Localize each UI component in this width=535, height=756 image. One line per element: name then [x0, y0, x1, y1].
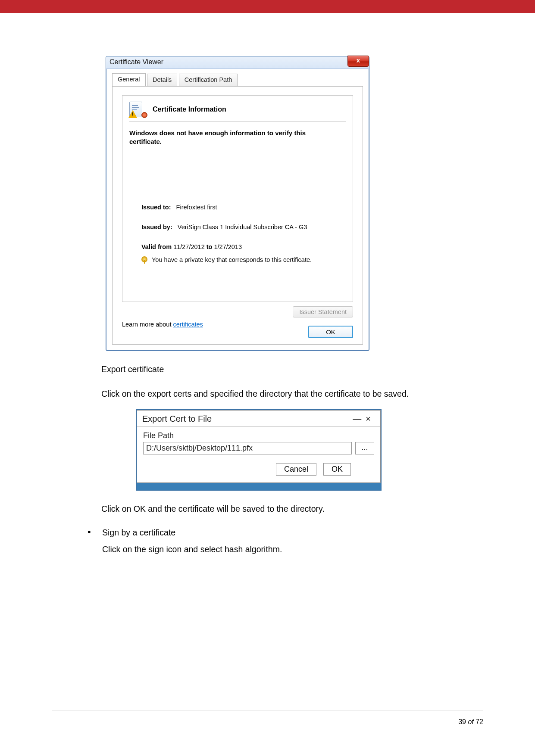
issued-by-label: Issued by: — [141, 224, 172, 230]
sign-heading: Sign by a certificate — [102, 526, 446, 539]
valid-to-label: to — [206, 243, 213, 250]
close-icon: x — [357, 56, 360, 65]
file-path-input[interactable]: D:/Users/sktbj/Desktop/111.pfx — [143, 442, 352, 454]
page-current: 39 — [458, 718, 466, 725]
export-titlebar: Export Cert to File —× — [137, 411, 380, 427]
certificate-warning-icon: ! — [129, 102, 147, 117]
tab-panel-general: ! Certificate Information Windows does n… — [112, 86, 363, 345]
certificate-info-box: ! Certificate Information Windows does n… — [122, 95, 353, 302]
file-path-label: File Path — [143, 431, 374, 440]
header-red-bar — [0, 0, 535, 13]
close-icon[interactable]: × — [366, 414, 375, 423]
learn-more-line: Learn more about certificates — [122, 321, 203, 328]
cancel-button[interactable]: Cancel — [276, 463, 316, 476]
export-ok-button[interactable]: OK — [323, 463, 351, 476]
tab-details[interactable]: Details — [147, 74, 177, 86]
bullet-icon: • — [86, 526, 102, 556]
page-number: 39 of 72 — [458, 718, 483, 726]
learn-more-prefix: Learn more about — [122, 321, 173, 328]
issuer-statement-button[interactable]: Issuer Statement — [293, 306, 353, 317]
close-button[interactable]: x — [347, 56, 369, 67]
page-of: of — [468, 718, 473, 725]
minimize-icon[interactable]: — — [353, 414, 366, 423]
dialog-titlebar: Certificate Viewer x — [106, 56, 369, 69]
certificate-info-heading: Certificate Information — [153, 106, 226, 113]
private-key-icon — [141, 256, 148, 263]
tab-general[interactable]: General — [112, 73, 146, 86]
export-dialog-bottom-accent — [137, 483, 381, 490]
ok-button[interactable]: OK — [308, 326, 353, 338]
export-heading: Export certificate — [101, 363, 446, 376]
certificate-warning-message: Windows does not have enough information… — [129, 129, 328, 146]
issued-to-value: Firefoxtest first — [176, 204, 217, 211]
learn-more-link[interactable]: certificates — [173, 321, 203, 328]
export-cert-dialog-wrap: Export Cert to File —× File Path D:/User… — [136, 409, 382, 491]
footer-rule — [52, 710, 483, 710]
valid-to-value: 1/27/2013 — [214, 243, 242, 250]
page-total: 72 — [476, 718, 483, 725]
issued-to-label: Issued to: — [141, 204, 171, 211]
valid-from-label: Valid from — [141, 243, 172, 250]
sign-paragraph: Click on the sign icon and select hash a… — [102, 543, 446, 556]
export-paragraph: Click on the export certs and specified … — [101, 388, 446, 400]
export-dialog-title: Export Cert to File — [142, 414, 212, 424]
browse-button[interactable]: ... — [355, 442, 374, 454]
tab-certification-path[interactable]: Certification Path — [179, 74, 238, 86]
valid-from-value: 11/27/2012 — [173, 243, 205, 250]
after-export-paragraph: Click on OK and the certificate will be … — [101, 503, 446, 515]
dialog-title: Certificate Viewer — [110, 58, 163, 66]
issued-by-value: VeriSign Class 1 Individual Subscriber C… — [178, 224, 307, 230]
private-key-note: You have a private key that corresponds … — [152, 256, 312, 264]
export-cert-dialog: Export Cert to File —× File Path D:/User… — [137, 410, 381, 483]
certificate-viewer-dialog: Certificate Viewer x General Details Cer… — [106, 56, 369, 351]
tabstrip: General Details Certification Path — [112, 73, 363, 86]
